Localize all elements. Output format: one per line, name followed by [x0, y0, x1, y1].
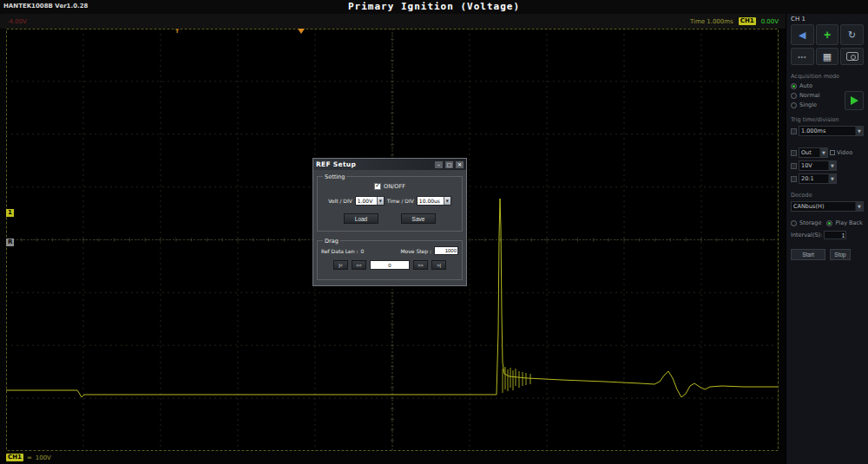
trigger-time-marker[interactable]: T [175, 28, 179, 34]
interval-input[interactable] [824, 231, 846, 239]
chevron-down-icon: ▼ [822, 150, 825, 155]
interval-label: Interval(S): [791, 232, 822, 239]
timebase-select[interactable]: 1.000ms ▼ [799, 126, 864, 136]
check-icon: ✓ [375, 182, 381, 189]
radio-normal-label: Normal [799, 92, 820, 99]
trigger-source-row: Out ▼ Video [791, 147, 864, 158]
ref-level-marker[interactable]: R [6, 239, 14, 246]
trigger-level-select[interactable]: 10V ▼ [799, 160, 837, 171]
load-button[interactable]: Load [344, 213, 378, 224]
app-window: HANTEK1008B Ver1.0.28 Primary Ignition (… [0, 0, 868, 464]
probe-icon [791, 176, 797, 182]
chevron-down-icon: ▼ [858, 128, 861, 134]
timebase-readout: Time 1.000ms [690, 18, 733, 25]
decode-dropdown-button[interactable]: ▼ [855, 202, 863, 211]
grid-icon: ▦ [823, 52, 832, 62]
playback-buttons: Start Stop [791, 249, 864, 260]
time-div-dropdown-button[interactable]: ▼ [444, 197, 450, 205]
refresh-button[interactable]: ↻ [840, 24, 864, 45]
trigger-source-select[interactable]: Out ▼ [799, 147, 828, 158]
close-button[interactable]: ✕ [455, 160, 464, 169]
interval-row: Interval(S): [791, 231, 864, 239]
stop-button[interactable]: Stop [830, 249, 851, 260]
dialog-title-bar[interactable]: REF Setup – □ ✕ [313, 159, 466, 170]
trigger-position-marker[interactable] [298, 29, 305, 34]
sidebar-channel-label: CH 1 [791, 16, 864, 23]
save-button[interactable]: Save [401, 213, 436, 224]
next-button[interactable]: >> [413, 260, 428, 270]
nav-button-row: ◀ + ↻ [791, 24, 864, 45]
maximize-button[interactable]: □ [444, 160, 454, 169]
volt-div-value: 1.00V [356, 197, 377, 205]
volt-div-label: Volt / DIV [328, 198, 352, 204]
radio-auto-circle[interactable] [791, 83, 797, 89]
trigger-level-row: 10V ▼ [791, 160, 864, 171]
move-step-label: Move Step : [400, 248, 431, 254]
trigger-level-value: 10V [799, 161, 828, 170]
radio-single-circle[interactable] [791, 102, 797, 108]
cursor-voltage: -4.00V [7, 18, 27, 25]
position-input[interactable] [370, 260, 410, 270]
trigger-level-dropdown-button[interactable]: ▼ [828, 161, 836, 170]
grid-view-button[interactable]: ▦ [816, 48, 839, 65]
crosshair-icon: + [824, 29, 831, 41]
run-button[interactable] [845, 91, 864, 110]
radio-auto-label: Auto [799, 82, 812, 89]
dots-icon: ••• [798, 54, 806, 60]
decode-select[interactable]: CANbus(H) ▼ [791, 201, 864, 212]
start-button[interactable]: Start [791, 249, 825, 260]
storage-playback-row: Storage Play Back [791, 219, 864, 226]
radio-playback[interactable]: Play Back [826, 219, 862, 226]
radio-storage[interactable]: Storage [791, 219, 821, 226]
more-options-button[interactable]: ••• [791, 48, 814, 65]
title-bar: HANTEK1008B Ver1.0.28 Primary Ignition (… [0, 0, 868, 14]
setting-group: Setting ✓ ON/OFF Volt / DIV 1.00V ▼ Time… [317, 176, 463, 232]
radio-single-label: Single [799, 101, 817, 108]
radio-playback-circle[interactable] [826, 220, 832, 226]
timebase-dropdown-button[interactable]: ▼ [855, 127, 863, 135]
ref-setup-dialog: REF Setup – □ ✕ Setting ✓ ON/OFF Volt / … [312, 158, 467, 286]
snapshot-button[interactable] [840, 48, 864, 65]
trigger-level-readout: 0.00V [761, 18, 779, 25]
prev-button[interactable]: << [352, 260, 366, 270]
chevron-down-icon: ▼ [831, 163, 834, 168]
onoff-label: ON/OFF [384, 183, 405, 190]
last-button[interactable]: >| [431, 260, 446, 270]
trigger-source-dropdown-button[interactable]: ▼ [819, 148, 827, 157]
trigger-level-icon [791, 163, 797, 169]
channel1-level-marker[interactable]: 1 [6, 209, 14, 217]
move-step-input[interactable] [434, 246, 458, 255]
channel-badge: CH1 [739, 17, 756, 25]
back-arrow-icon: ◀ [799, 30, 806, 40]
playback-label: Play Back [835, 219, 862, 226]
time-div-label: Time / DIV [387, 198, 414, 204]
refresh-icon: ↻ [848, 30, 856, 40]
volt-div-dropdown-button[interactable]: ▼ [377, 197, 384, 205]
drag-group: Drag Ref Data Len : 0 Move Step : |< << … [317, 240, 463, 280]
chevron-down-icon: ▼ [379, 199, 382, 203]
video-checkbox[interactable] [830, 150, 835, 155]
minimize-button[interactable]: – [434, 160, 444, 169]
back-button[interactable]: ◀ [791, 24, 814, 45]
page-title: Primary Ignition (Voltage) [0, 1, 868, 12]
trigger-source-value: Out [799, 148, 819, 157]
volt-div-select[interactable]: 1.00V ▼ [355, 196, 385, 206]
probe-value: 20:1 [799, 174, 828, 183]
trigger-source-icon [791, 150, 797, 156]
crosshair-button[interactable]: + [816, 24, 839, 45]
time-div-select[interactable]: 10.00us ▼ [417, 196, 451, 206]
onoff-checkbox[interactable]: ✓ [374, 183, 381, 190]
channel1-badge[interactable]: CH1 [6, 454, 23, 461]
video-label: Video [837, 149, 852, 156]
play-icon [851, 96, 858, 105]
radio-storage-circle[interactable] [791, 220, 797, 226]
chevron-down-icon: ▼ [446, 199, 449, 203]
chevron-down-icon: ▼ [831, 176, 834, 181]
chevron-down-icon: ▼ [858, 204, 861, 209]
first-button[interactable]: |< [333, 260, 348, 270]
probe-dropdown-button[interactable]: ▼ [828, 174, 836, 183]
probe-select[interactable]: 20:1 ▼ [799, 173, 837, 184]
radio-auto[interactable]: Auto [791, 82, 864, 89]
camera-icon [846, 52, 858, 61]
radio-normal-circle[interactable] [791, 93, 797, 99]
